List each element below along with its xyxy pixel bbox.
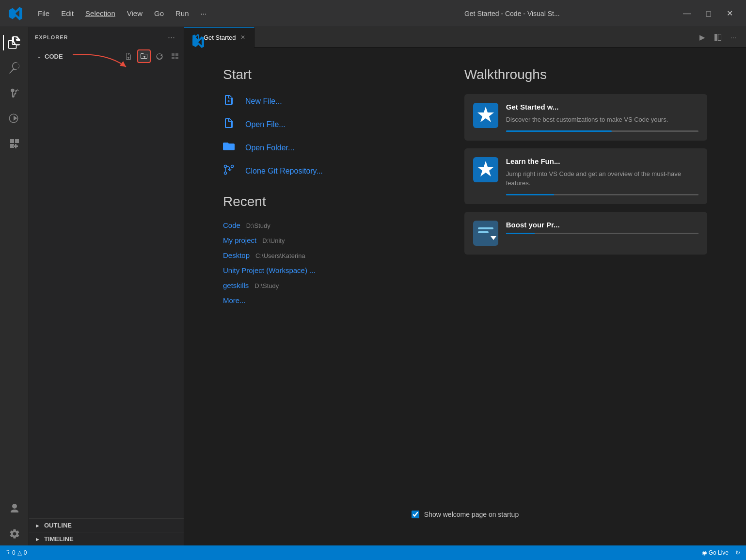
timeline-chevron: ► [35,536,40,542]
close-tab-button[interactable]: ✕ [239,33,246,42]
open-file-icon [223,117,238,132]
new-file-item[interactable]: New File... [223,94,426,109]
refresh-toolbar-btn[interactable] [153,49,166,63]
outline-chevron: ► [35,523,40,528]
get-started-content: Start New File... [184,48,746,545]
source-control-activity-icon[interactable] [3,81,26,105]
show-welcome-checkbox-area[interactable]: Show welcome page on startup [412,511,519,518]
walkthrough-info-2: Boost your Pr... [506,221,698,246]
clone-repo-item[interactable]: Clone Git Repository... [223,164,426,178]
svg-point-7 [224,165,227,168]
open-folder-item[interactable]: Open Folder... [223,141,426,155]
outline-label: OUTLINE [44,522,72,529]
tab-label: Get Started [204,34,236,41]
outline-section[interactable]: ► OUTLINE [29,518,184,532]
error-count: 0 [12,549,16,556]
walkthrough-badge-2 [473,221,498,246]
recent-item-1[interactable]: My project D:\Unity [223,236,426,244]
recent-path-1: D:\Unity [262,237,285,244]
vscode-logo [8,6,23,21]
explorer-activity-icon[interactable] [3,31,26,54]
new-file-toolbar-btn[interactable] [122,49,135,63]
open-folder-label: Open Folder... [245,144,294,152]
new-file-icon [223,94,238,109]
recent-name-2: Desktop [223,251,250,259]
go-live-label: Go Live [709,549,729,556]
start-section: Start New File... [223,67,426,178]
search-activity-icon[interactable] [3,56,26,80]
editor-area: Get Started ✕ ▶ ··· Start [184,27,746,545]
recent-item-3[interactable]: Unity Project (Workspace) ... [223,266,426,274]
run-tab-button[interactable]: ▶ [696,31,709,44]
menu-view[interactable]: View [122,7,147,19]
more-recent-link[interactable]: More... [223,296,426,304]
walkthrough-title-0: Get Started w... [506,103,698,111]
recent-item-4[interactable]: getskills D:\Study [223,281,426,289]
code-section-label: CODE [45,53,63,60]
menu-go[interactable]: Go [149,7,169,19]
start-title: Start [223,67,426,82]
menu-run[interactable]: Run [171,7,194,19]
annotation-logo [191,35,205,49]
welcome-sections: Start New File... [223,67,707,503]
walkthroughs-title: Walkthroughs [464,67,707,82]
sidebar-header: EXPLORER ··· [29,27,184,48]
refresh-status-icon: ↻ [735,549,740,556]
menu-more[interactable]: ··· [196,7,212,19]
open-folder-icon [223,141,238,155]
menu-selection[interactable]: Selection [80,7,120,19]
svg-rect-16 [478,227,493,229]
show-welcome-label: Show welcome page on startup [424,511,519,518]
walkthroughs-section: Walkthroughs Get Started w... Discov [464,67,707,503]
close-button[interactable]: ✕ [721,7,738,20]
activity-bar [0,27,29,545]
menu-edit[interactable]: Edit [56,7,79,19]
progress-bar-bg-1 [506,194,698,195]
recent-name-1: My project [223,236,256,244]
sidebar: EXPLORER ··· ⌄ CODE [29,27,184,545]
progress-bar-fill-1 [506,194,554,195]
go-live-icon: ◉ [702,549,707,556]
show-welcome-checkbox[interactable] [412,511,419,518]
walkthrough-card-2[interactable]: Boost your Pr... [464,212,707,255]
extensions-activity-icon[interactable] [3,132,26,155]
recent-path-0: D:\Study [246,222,270,229]
window-controls: — ◻ ✕ [678,7,738,20]
more-tab-actions-button[interactable]: ··· [727,31,740,44]
recent-name-3: Unity Project (Workspace) ... [223,266,316,274]
open-file-item[interactable]: Open File... [223,117,426,132]
recent-item-0[interactable]: Code D:\Study [223,221,426,229]
timeline-section[interactable]: ► TIMELINE [29,532,184,545]
new-file-label: New File... [245,97,282,106]
recent-item-2[interactable]: Desktop C:\Users\Katerina [223,251,426,259]
walkthrough-badge-0 [473,103,498,128]
errors-status[interactable]: ⠹ 0 △ 0 [6,549,27,556]
svg-rect-17 [478,231,489,233]
collapse-all-toolbar-btn[interactable] [168,49,182,63]
maximize-button[interactable]: ◻ [699,7,717,20]
sidebar-bottom-sections: ► OUTLINE ► TIMELINE [29,518,184,545]
new-folder-toolbar-btn[interactable] [137,49,151,63]
sidebar-more-button[interactable]: ··· [165,32,178,44]
recent-path-4: D:\Study [254,282,279,289]
refresh-status[interactable]: ↻ [735,549,740,556]
minimize-button[interactable]: — [678,7,696,20]
progress-bar-bg-0 [506,130,698,132]
settings-activity-icon[interactable] [3,522,26,545]
walkthrough-card-0[interactable]: Get Started w... Discover the best custo… [464,94,707,141]
run-debug-activity-icon[interactable] [3,107,26,130]
split-editor-button[interactable] [711,31,725,44]
account-activity-icon[interactable] [3,497,26,520]
walkthrough-card-1[interactable]: Learn the Fun... Jump right into VS Code… [464,148,707,204]
svg-point-8 [224,172,227,175]
menu-file[interactable]: File [33,7,54,19]
open-file-label: Open File... [245,120,286,129]
clone-repo-icon [223,164,238,178]
code-section[interactable]: ⌄ CODE [33,51,120,62]
walkthrough-info-0: Get Started w... Discover the best custo… [506,103,698,132]
warning-count: 0 [24,549,27,556]
go-live-status[interactable]: ◉ Go Live [702,549,729,556]
walkthrough-title-1: Learn the Fun... [506,157,698,165]
title-bar: File Edit Selection View Go Run ··· Get … [0,0,746,27]
welcome-left: Start New File... [223,67,426,503]
